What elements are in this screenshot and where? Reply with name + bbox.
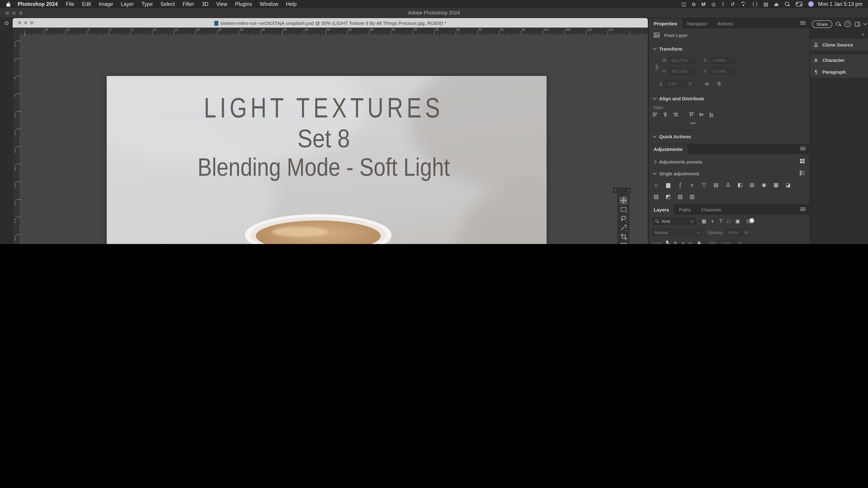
black-white-adjustment-button[interactable]: ◧: [736, 181, 744, 188]
opacity-dropdown[interactable]: [744, 229, 749, 236]
width-field[interactable]: 101.77%: [669, 57, 695, 64]
height-field[interactable]: 102.12%: [669, 68, 695, 74]
lock-move-button[interactable]: +: [682, 241, 684, 244]
ruler-vertical[interactable]: 1 05051 01 52 02 53 03 54 04 55 05 56 06…: [13, 36, 22, 244]
invert-adjustment-button[interactable]: ◪: [784, 181, 792, 188]
single-list-icon[interactable]: [799, 170, 805, 176]
align-bottom-button[interactable]: [708, 111, 714, 119]
accessibility-icon[interactable]: ◎: [711, 2, 716, 6]
rect-marquee-tool[interactable]: [619, 205, 627, 213]
type-filter-icon[interactable]: T: [719, 218, 722, 224]
screen-record-icon[interactable]: ◫: [681, 2, 686, 6]
menu-item-layer[interactable]: Layer: [121, 1, 134, 7]
lock-all-button[interactable]: [697, 240, 702, 244]
adjustments-presets-row[interactable]: Adjustments presets: [653, 159, 702, 164]
vibrance-adjustment-button[interactable]: ▽: [700, 181, 708, 188]
tab-adjustments[interactable]: Adjustments: [649, 144, 687, 154]
selective-color-adjustment-button[interactable]: ▧: [676, 193, 684, 200]
crop-tool[interactable]: [619, 232, 627, 240]
curves-adjustment-button[interactable]: ∫: [676, 181, 684, 188]
fill-field[interactable]: 100%: [719, 240, 737, 244]
properties-menu-icon[interactable]: [800, 21, 806, 25]
shape-filter-icon[interactable]: □: [727, 218, 730, 224]
time-machine-icon[interactable]: ↺: [731, 2, 735, 6]
move-tool[interactable]: [619, 196, 627, 204]
ruler-corner[interactable]: [13, 28, 22, 36]
posterize-adjustment-button[interactable]: ▨: [652, 193, 660, 200]
align-center-horizontal-button[interactable]: [662, 111, 668, 119]
search-icon[interactable]: [836, 22, 841, 26]
filter-kind-combo[interactable]: Kind: [652, 217, 696, 225]
flip-vertical-icon[interactable]: [716, 80, 722, 87]
presets-grid-icon[interactable]: [799, 158, 805, 164]
transform-section-header[interactable]: Transform: [653, 46, 682, 52]
channel-mixer-adjustment-button[interactable]: ◉: [760, 181, 768, 188]
menu-item-3d[interactable]: 3D: [202, 1, 209, 7]
window-manager-icon[interactable]: ▤: [763, 2, 768, 6]
toolbar-expand-icon[interactable]: »: [628, 188, 630, 193]
panel-character[interactable]: ACharacter: [810, 54, 868, 66]
lock-transparency-button[interactable]: ▚: [666, 241, 670, 244]
menu-item-type[interactable]: Type: [142, 1, 153, 7]
panel-clone-source[interactable]: Clone Source: [810, 39, 868, 51]
home-button[interactable]: [0, 18, 13, 28]
workspace-icon[interactable]: [855, 21, 861, 27]
smart-object-filter-icon[interactable]: ▣: [735, 218, 740, 224]
menu-item-view[interactable]: View: [216, 1, 227, 7]
toolbar-close-icon[interactable]: ×: [614, 188, 616, 193]
ruler-horizontal[interactable]: 1510505101520253035404550556065707580859…: [21, 28, 648, 36]
angle-dropdown[interactable]: [688, 80, 693, 87]
document-tab[interactable]: sixteen-miles-out--xxOtGfTAjA-unsplash.p…: [13, 18, 648, 28]
help-icon[interactable]: ?: [845, 21, 851, 27]
layers-menu-icon[interactable]: [800, 207, 806, 212]
document-canvas[interactable]: LIGHT TEXTURES Set 8 Blending Mode - Sof…: [107, 76, 547, 244]
eject-icon[interactable]: ⏏: [774, 2, 779, 6]
angle-field[interactable]: 0.00°: [666, 80, 688, 87]
tab-navigator[interactable]: Navigator: [682, 19, 712, 29]
color-lookup-adjustment-button[interactable]: ▦: [772, 181, 780, 188]
menu-item-image[interactable]: Image: [98, 1, 113, 7]
single-adjustments-row[interactable]: Single adjustments: [653, 171, 699, 176]
code-brackets-icon[interactable]: ⟨ ⟩: [752, 2, 757, 6]
tab-actions[interactable]: Actions: [712, 19, 738, 29]
y-field[interactable]: -0.77%: [710, 68, 737, 74]
filter-toggle[interactable]: [746, 219, 754, 223]
control-center-icon[interactable]: [796, 2, 802, 6]
frame-tool[interactable]: [619, 241, 627, 244]
opacity-field[interactable]: 100%: [725, 229, 744, 236]
menu-clock[interactable]: Mon 1 Jan 5:13 pm: [818, 1, 863, 7]
align-right-button[interactable]: [672, 111, 678, 119]
toolbar-header[interactable]: ×»: [613, 188, 631, 193]
quick-actions-header[interactable]: Quick Actions: [653, 134, 691, 139]
threshold-adjustment-button[interactable]: ◩: [664, 193, 672, 200]
tab-channels[interactable]: Channels: [696, 205, 726, 215]
menu-app-name[interactable]: Photoshop 2024: [18, 1, 58, 7]
gradient-map-adjustment-button[interactable]: ▥: [688, 193, 696, 200]
wifi-icon[interactable]: [741, 2, 746, 6]
canvas-pasteboard[interactable]: LIGHT TEXTURES Set 8 Blending Mode - Sof…: [21, 36, 648, 244]
pixel-filter-icon[interactable]: ▦: [702, 218, 706, 224]
menu-item-select[interactable]: Select: [160, 1, 175, 7]
bluetooth-icon[interactable]: ᛒ: [722, 2, 725, 6]
levels-adjustment-button[interactable]: ▆: [664, 181, 672, 188]
panel-paragraph[interactable]: ¶Paragraph: [810, 66, 868, 78]
lasso-tool[interactable]: [619, 214, 627, 222]
x-field[interactable]: -0.64%: [710, 57, 737, 64]
align-top-button[interactable]: [688, 111, 694, 119]
color-balance-adjustment-button[interactable]: Δ: [724, 181, 732, 188]
adjustments-menu-icon[interactable]: [800, 147, 806, 151]
tab-paths[interactable]: Paths: [674, 205, 696, 215]
link-dimensions-icon[interactable]: [654, 60, 659, 75]
menu-item-file[interactable]: File: [66, 1, 74, 7]
align-left-button[interactable]: [652, 111, 658, 119]
menu-item-plugins[interactable]: Plugins: [235, 1, 252, 7]
malwarebytes-icon[interactable]: M: [702, 2, 706, 6]
share-button[interactable]: Share: [812, 20, 833, 28]
hue-saturation-adjustment-button[interactable]: ▤: [712, 181, 720, 188]
adjustment-filter-icon[interactable]: ◐: [711, 218, 714, 224]
display-mirror-icon[interactable]: ⧉: [692, 2, 695, 6]
lock-artboard-button[interactable]: ▭: [688, 241, 692, 244]
brightness-contrast-adjustment-button[interactable]: ☼: [652, 181, 660, 188]
lock-paint-button[interactable]: ✎: [674, 241, 678, 244]
align-section-header[interactable]: Align and Distribute: [653, 96, 704, 101]
